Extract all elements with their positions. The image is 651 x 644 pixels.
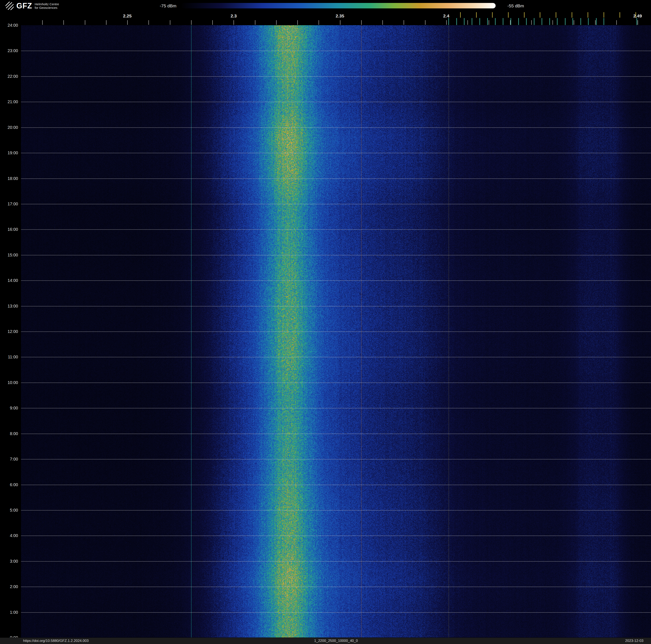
channel-tick-teal [518,18,519,25]
freq-tick-minor [531,20,532,25]
time-label-2:00: 2:00 [0,584,18,589]
colorbar-min-label: -75 dBm [145,3,177,8]
channel-tick-teal [448,18,449,25]
freq-tick-minor [340,20,340,25]
time-axis: 24:0023:0022:0021:0020:0019:0018:0017:00… [0,0,19,644]
freq-tick-minor [595,20,595,25]
time-label-12:00: 12:00 [0,329,18,334]
freq-tick-minor [191,20,191,25]
channel-tick-teal [534,18,534,25]
time-label-16:00: 16:00 [0,227,18,232]
footer-bar: https://doi.org/10.5880/GFZ.1.2.2024.003… [0,638,651,644]
time-label-23:00: 23:00 [0,48,18,53]
channel-tick-teal [479,18,480,25]
channel-tick-yellow [620,12,620,18]
channel-tick-teal [588,18,589,25]
freq-tick-minor [404,20,404,25]
channel-tick-yellow [636,12,636,18]
channel-tick-yellow [492,12,493,18]
freq-tick-minor [382,20,383,25]
freq-label-2.4: 2.4 [443,13,449,19]
freq-tick-minor [276,20,277,25]
freq-tick-minor [297,20,298,25]
channel-tick-teal [549,18,550,25]
freq-tick-minor [127,20,128,25]
freq-tick-minor [446,20,447,25]
freq-tick-minor [361,20,362,25]
time-label-7:00: 7:00 [0,457,18,462]
freq-tick-minor [106,20,106,25]
footer-date: 2023-12-03 [625,638,644,644]
channel-tick-teal [581,18,581,25]
time-label-14:00: 14:00 [0,278,18,283]
freq-label-2.35: 2.35 [336,13,344,19]
channel-tick-teal [603,18,604,25]
colorbar-gradient [181,3,496,8]
channel-tick-teal [572,18,573,25]
channel-tick-yellow [476,12,477,18]
freq-tick-minor [149,20,149,25]
time-label-10:00: 10:00 [0,380,18,385]
freq-label-2.49: 2.49 [633,13,642,19]
channel-tick-teal [503,18,503,25]
time-label-21:00: 21:00 [0,99,18,104]
time-label-22:00: 22:00 [0,74,18,79]
colorbar-max-label: -55 dBm [507,3,524,8]
freq-tick-minor [318,20,319,25]
channel-tick-teal [472,18,472,25]
channel-tick-teal [637,18,637,25]
channel-tick-yellow [571,12,572,18]
header-bar: GFZ Helmholtz Centre for Geosciences -75… [0,0,651,12]
channel-tick-teal [541,18,542,25]
channel-tick-yellow [508,12,508,18]
spectrogram-canvas [21,25,651,638]
freq-tick-minor [42,20,43,25]
freq-tick-minor [63,20,64,25]
channel-tick-teal [510,18,511,25]
freq-tick-minor [489,20,489,25]
channel-tick-teal [596,18,597,25]
time-label-15:00: 15:00 [0,253,18,257]
channel-tick-yellow [524,12,525,18]
freq-tick-minor [85,20,85,25]
freq-tick-minor [170,20,170,25]
time-label-5:00: 5:00 [0,507,18,513]
channel-tick-yellow [588,12,588,18]
time-label-11:00: 11:00 [0,355,18,359]
freq-tick-minor [638,20,638,25]
channel-tick-teal [487,18,488,25]
time-label-6:00: 6:00 [0,482,18,487]
time-label-8:00: 8:00 [0,431,18,436]
freq-label-2.3: 2.3 [230,13,237,19]
freq-tick-minor [425,20,426,25]
freq-tick-minor [467,20,468,25]
freq-tick-minor [212,20,213,25]
channel-tick-yellow [460,12,461,18]
channel-tick-yellow [556,12,556,18]
logo-subtitle: Helmholtz Centre for Geosciences [35,2,59,9]
time-label-1:00: 1:00 [0,610,18,615]
freq-tick-minor [616,20,617,25]
freq-label-2.25: 2.25 [123,13,132,19]
logo-subtitle-line1: Helmholtz Centre [35,2,59,6]
channel-tick-teal [557,18,558,25]
channel-tick-teal [456,18,457,25]
freq-tick-minor [255,20,255,25]
channel-tick-teal [495,18,496,25]
freq-tick-minor [234,20,234,25]
channel-tick-yellow [603,12,604,18]
logo-subtitle-line2: for Geosciences [35,6,57,9]
time-label-17:00: 17:00 [0,201,18,206]
channel-tick-yellow [540,12,540,18]
time-label-4:00: 4:00 [0,533,18,538]
time-label-20:00: 20:00 [0,125,18,130]
channel-tick-teal [526,18,527,25]
channel-tick-teal [565,18,565,25]
time-label-24:00: 24:00 [0,23,18,28]
time-label-9:00: 9:00 [0,406,18,410]
time-label-3:00: 3:00 [0,559,18,563]
footer-dataset-id: 1_2200_2500_10000_40_0 [21,638,651,644]
frequency-axis: 2.252.32.352.42.49 [0,12,651,25]
channel-tick-teal [464,18,465,25]
freq-tick-minor [574,20,574,25]
